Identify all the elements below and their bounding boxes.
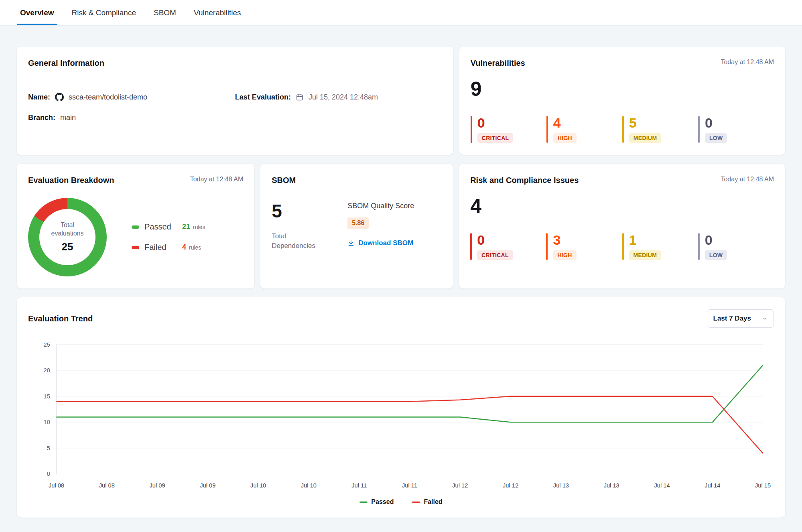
donut-center-label: Total evaluations xyxy=(45,221,90,238)
severity-count: 4 xyxy=(553,116,577,130)
tab-overview[interactable]: Overview xyxy=(20,0,54,25)
sbom-quality-block: SBOM Quality Score 5.86 Download SBOM xyxy=(347,202,414,251)
trend-chart-area: 0510152025Jul 08Jul 08Jul 09Jul 09Jul 10… xyxy=(28,338,774,495)
severity-count: 0 xyxy=(477,116,514,130)
severity-count: 0 xyxy=(705,233,727,247)
evaluation-breakdown-title: Evaluation Breakdown xyxy=(28,176,114,185)
tab-sbom[interactable]: SBOM xyxy=(154,0,176,25)
severity-bar xyxy=(698,233,700,260)
last-evaluation-label: Last Evaluation: xyxy=(235,93,291,102)
severity-count: 5 xyxy=(629,116,662,130)
svg-text:0: 0 xyxy=(47,471,50,477)
severity-low: 0 LOW xyxy=(698,116,774,143)
branch-row: Branch: main xyxy=(28,114,235,122)
svg-text:Jul 14: Jul 14 xyxy=(705,482,720,489)
download-sbom-label: Download SBOM xyxy=(358,239,413,247)
severity-high: 4 HIGH xyxy=(546,116,622,143)
trend-chart-legend: Passed Failed xyxy=(28,498,774,506)
evaluation-breakdown-timestamp: Today at 12:48 AM xyxy=(190,176,244,183)
sbom-total-value: 5 xyxy=(272,202,317,220)
tab-risk-compliance[interactable]: Risk & Compliance xyxy=(72,0,136,25)
risk-compliance-timestamp: Today at 12:48 AM xyxy=(721,176,774,183)
svg-text:Jul 13: Jul 13 xyxy=(553,482,569,489)
name-label: Name: xyxy=(28,93,50,102)
general-information-title: General Information xyxy=(28,59,104,68)
risk-compliance-severity-row: 0 CRITICAL 3 HIGH 1 MEDIUM xyxy=(470,233,774,260)
severity-medium: 1 MEDIUM xyxy=(622,233,698,260)
general-information-card: General Information Name: ssca-team/todo… xyxy=(17,47,453,155)
severity-label-badge: MEDIUM xyxy=(629,133,662,143)
severity-critical: 0 CRITICAL xyxy=(470,233,546,260)
evaluation-breakdown-card: Evaluation Breakdown Today at 12:48 AM T… xyxy=(17,164,254,288)
severity-count: 0 xyxy=(477,233,513,247)
legend-unit: rules xyxy=(193,224,205,230)
svg-text:Jul 09: Jul 09 xyxy=(149,482,165,489)
trend-legend-label: Failed xyxy=(424,498,442,506)
sbom-quality-label: SBOM Quality Score xyxy=(347,202,414,210)
evaluation-trend-title: Evaluation Trend xyxy=(28,314,93,323)
severity-bar xyxy=(622,116,624,143)
severity-label-badge: CRITICAL xyxy=(477,250,513,260)
branch-value: main xyxy=(60,114,76,122)
svg-text:Jul 11: Jul 11 xyxy=(351,482,367,489)
last-evaluation-value: Jul 15, 2024 12:48am xyxy=(309,93,378,102)
time-range-value: Last 7 Days xyxy=(713,315,751,323)
sbom-title: SBOM xyxy=(272,176,296,185)
trend-legend-failed: Failed xyxy=(412,498,442,506)
severity-bar xyxy=(546,233,548,260)
severity-bar xyxy=(622,233,624,260)
severity-critical: 0 CRITICAL xyxy=(471,116,546,143)
severity-label-badge: HIGH xyxy=(553,133,577,143)
trend-legend-label: Passed xyxy=(371,498,394,506)
risk-compliance-total: 4 xyxy=(470,196,774,216)
severity-bar xyxy=(471,116,472,143)
svg-text:Jul 08: Jul 08 xyxy=(49,482,64,489)
legend-count: 21 xyxy=(182,223,190,231)
severity-medium: 5 MEDIUM xyxy=(622,116,698,143)
sbom-total-label: Total Dependencies xyxy=(272,231,317,251)
severity-high: 3 HIGH xyxy=(546,233,622,260)
sbom-total-block: 5 Total Dependencies xyxy=(272,202,317,251)
severity-label-badge: LOW xyxy=(705,133,727,143)
legend-row-failed: Failed 4 rules xyxy=(132,243,205,252)
failed-legend-swatch xyxy=(132,246,139,249)
svg-text:Jul 12: Jul 12 xyxy=(452,482,468,489)
svg-text:Jul 08: Jul 08 xyxy=(99,482,115,489)
svg-text:Jul 14: Jul 14 xyxy=(654,482,670,489)
vulnerabilities-card: Vulnerabilities Today at 12:48 AM 9 0 CR… xyxy=(459,47,785,155)
severity-bar xyxy=(546,116,548,143)
top-tab-bar: Overview Risk & Compliance SBOM Vulnerab… xyxy=(0,0,802,26)
download-sbom-link[interactable]: Download SBOM xyxy=(347,239,414,247)
tab-vulnerabilities[interactable]: Vulnerabilities xyxy=(194,0,241,25)
download-icon xyxy=(347,240,355,247)
risk-compliance-card: Risk and Compliance Issues Today at 12:4… xyxy=(459,164,785,288)
risk-compliance-title: Risk and Compliance Issues xyxy=(470,176,579,185)
svg-text:Jul 10: Jul 10 xyxy=(250,482,266,489)
vulnerabilities-total: 9 xyxy=(471,79,774,99)
passed-line-swatch xyxy=(359,502,367,503)
dashboard-content: General Information Name: ssca-team/todo… xyxy=(0,26,802,526)
passed-legend-swatch xyxy=(132,225,139,229)
svg-text:Jul 10: Jul 10 xyxy=(301,482,317,489)
divider xyxy=(332,202,332,251)
svg-text:Jul 11: Jul 11 xyxy=(402,482,417,489)
branch-label: Branch: xyxy=(28,114,55,122)
severity-count: 3 xyxy=(553,233,576,247)
legend-row-passed: Passed 21 rules xyxy=(132,222,205,231)
evaluation-legend: Passed 21 rules Failed 4 rules xyxy=(132,222,205,252)
severity-bar xyxy=(470,233,472,260)
vulnerabilities-timestamp: Today at 12:48 AM xyxy=(721,59,774,66)
evaluation-trend-card: Evaluation Trend Last 7 Days 0510152025J… xyxy=(17,297,785,518)
svg-text:Jul 12: Jul 12 xyxy=(503,482,518,489)
github-icon xyxy=(55,93,64,102)
time-range-select[interactable]: Last 7 Days xyxy=(707,309,774,328)
evaluations-donut: Total evaluations 25 xyxy=(28,198,107,276)
donut-center-value: 25 xyxy=(62,241,73,253)
legend-count: 4 xyxy=(182,243,186,252)
svg-text:10: 10 xyxy=(43,419,50,425)
repo-name-value: ssca-team/todolist-demo xyxy=(69,93,147,102)
vulnerabilities-severity-row: 0 CRITICAL 4 HIGH 5 MEDIUM xyxy=(471,116,774,143)
svg-text:5: 5 xyxy=(47,445,50,451)
svg-text:Jul 09: Jul 09 xyxy=(200,482,215,489)
last-evaluation-row: Last Evaluation: Jul 15, 2024 12:48am xyxy=(235,93,442,102)
